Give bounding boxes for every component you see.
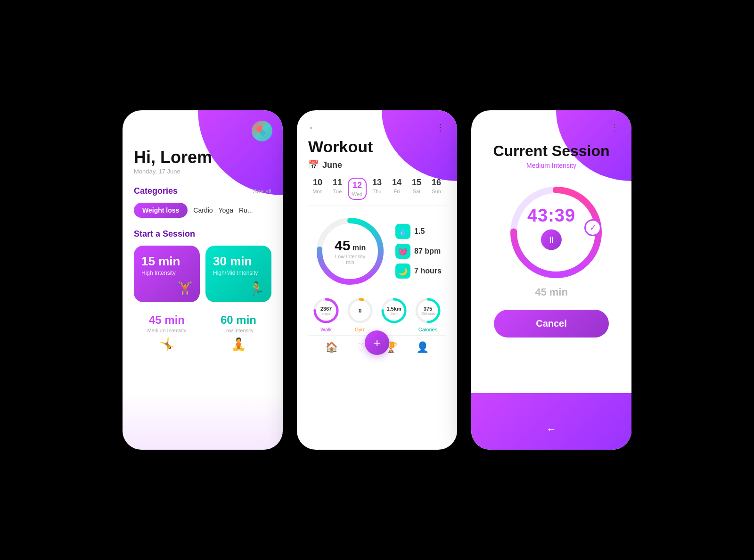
timer-display: 43:39 ⏸: [527, 206, 575, 250]
gym-val: 0: [359, 308, 361, 313]
phone-3: ⋮ Current Session Medium Intensity: [471, 110, 631, 450]
session-subheading: Medium Intensity: [483, 162, 620, 169]
home-nav-icon[interactable]: 🏠: [325, 341, 338, 354]
dumbbell-icon: 🏋: [177, 281, 193, 296]
activity-walk: 2367 steps Walk: [312, 296, 340, 332]
cancel-button[interactable]: Cancel: [494, 310, 609, 338]
moon-icon: 🌙: [395, 264, 410, 279]
card-15min[interactable]: 15 min High Intensity 🏋: [134, 246, 200, 302]
profile-nav-icon[interactable]: 👤: [416, 341, 429, 354]
category-running[interactable]: Ru...: [239, 206, 253, 214]
gym-ring: 0: [346, 296, 374, 325]
phone3-body: ⋮ Current Session Medium Intensity: [471, 110, 631, 338]
stat-water: 💧 1.5: [395, 224, 442, 239]
month-row: 📅 June: [308, 160, 446, 170]
card-15min-intensity: High Intensity: [141, 270, 192, 276]
side-stats: 💧 1.5 💓 87 bpm 🌙 7 hours: [395, 224, 442, 279]
donut-sub2: min: [335, 259, 366, 265]
back-button[interactable]: ←: [308, 122, 318, 133]
category-yoga[interactable]: Yoga: [219, 206, 233, 214]
distance-val: 1.5km: [386, 306, 401, 312]
phone3-decoration-bottom: [471, 393, 631, 450]
greeting-name: Hi, Lorem: [134, 148, 271, 167]
bottom-nav: 🏠 ♡ + 🏆 👤: [308, 335, 446, 359]
gym-label: Gym: [354, 327, 365, 332]
svg-point-2: [260, 130, 266, 136]
water-icon: 💧: [395, 224, 410, 239]
see-all-link[interactable]: See all: [253, 188, 271, 195]
cal-day-15[interactable]: 15 Sat: [407, 178, 426, 200]
more-options-button[interactable]: ⋮: [435, 122, 446, 133]
timer-time: 43:39: [527, 206, 575, 226]
phone1-body: Hi, Lorem Monday, 17 June Categories See…: [123, 110, 283, 366]
card-60min-intensity: Low Intensity: [205, 328, 271, 333]
cal-day-14[interactable]: 14 Fri: [387, 178, 406, 200]
category-weight-loss[interactable]: Weight loss: [134, 203, 188, 218]
session-title: Start a Session: [134, 229, 271, 239]
running-icon: 🏃: [248, 281, 265, 296]
calories-label: Calories: [418, 327, 437, 332]
session-cards-top: 15 min High Intensity 🏋 30 min High/Mid …: [134, 246, 271, 302]
cal-day-16[interactable]: 16 Sun: [427, 178, 446, 200]
categories-title: Categories: [134, 186, 178, 196]
phone2-header: ← ⋮: [308, 122, 446, 133]
stat-sleep-val: 7 hours: [414, 267, 442, 275]
distance-unit: 2km: [386, 312, 401, 316]
workout-title: Workout: [308, 138, 446, 156]
session-duration: 45 min: [483, 286, 620, 298]
donut-value: 45: [335, 238, 350, 253]
card-45min[interactable]: 45 min Medium Intensity 🤸: [134, 309, 200, 354]
categories-row: Weight loss Cardio Yoga Ru...: [134, 203, 271, 218]
walk-val: 2367: [320, 306, 332, 312]
heart-icon: 💓: [395, 244, 410, 259]
phone1-decoration2: [123, 393, 283, 450]
walk-label: Walk: [320, 327, 332, 332]
card-30min-intensity: High/Mid Intensity: [213, 270, 264, 276]
stretch-icon: 🤸: [134, 337, 200, 352]
cal-day-12[interactable]: 12 Wed: [348, 178, 367, 200]
activity-calories: 375 750 scal Calories: [414, 296, 442, 332]
card-60min-label: 60 min: [205, 313, 271, 327]
walk-ring: 2367 steps: [312, 296, 340, 325]
month-label: June: [322, 160, 342, 170]
donut-sub: Low Intensity: [335, 254, 366, 259]
card-45min-label: 45 min: [134, 313, 200, 327]
donut-chart: 45 min Low Intensity min: [312, 214, 388, 289]
stat-bpm-val: 87 bpm: [414, 247, 441, 255]
session-cards-bottom: 45 min Medium Intensity 🤸 60 min Low Int…: [134, 309, 271, 354]
stat-sleep: 🌙 7 hours: [395, 264, 442, 279]
card-45min-intensity: Medium Intensity: [134, 328, 200, 333]
add-fab-button[interactable]: +: [365, 330, 389, 355]
cal-day-11[interactable]: 11 Tue: [328, 178, 347, 200]
more-options-button-3[interactable]: ⋮: [610, 122, 620, 133]
donut-unit: min: [350, 244, 366, 252]
calories-val: 375: [421, 306, 435, 312]
divider: [308, 206, 446, 206]
cal-day-13[interactable]: 13 Thu: [368, 178, 386, 200]
activity-gym: 0 Gym: [346, 296, 374, 332]
check-badge[interactable]: ✓: [584, 219, 601, 236]
calories-unit: 750 scal: [421, 312, 435, 316]
phone3-header: ⋮: [483, 122, 620, 133]
card-60min[interactable]: 60 min Low Intensity 🧘: [205, 309, 271, 354]
timer-container: 43:39 ⏸ ✓: [483, 181, 620, 275]
session-heading: Current Session: [483, 142, 620, 160]
calendar-icon: 📅: [308, 160, 319, 170]
donut-center: 45 min Low Intensity min: [335, 238, 366, 265]
back-button-3[interactable]: ←: [546, 423, 557, 436]
phone-1: Hi, Lorem Monday, 17 June Categories See…: [123, 110, 283, 450]
screens-container: Hi, Lorem Monday, 17 June Categories See…: [123, 110, 631, 450]
phone-2: ← ⋮ Workout 📅 June 10 Mon 11 Tue 12: [297, 110, 457, 450]
cal-day-10[interactable]: 10 Mon: [308, 178, 327, 200]
card-30min[interactable]: 30 min High/Mid Intensity 🏃: [205, 246, 271, 302]
category-cardio[interactable]: Cardio: [193, 206, 213, 214]
card-30min-label: 30 min: [213, 254, 264, 269]
stat-water-val: 1.5: [414, 227, 425, 236]
greeting-date: Monday, 17 June: [134, 168, 271, 175]
calories-ring: 375 750 scal: [414, 296, 442, 325]
avatar[interactable]: [252, 121, 272, 141]
phone2-body: ← ⋮ Workout 📅 June 10 Mon 11 Tue 12: [297, 110, 457, 359]
distance-ring: 1.5km 2km: [380, 296, 408, 325]
pause-button[interactable]: ⏸: [541, 230, 562, 250]
activity-circles: 2367 steps Walk 0: [308, 296, 446, 332]
